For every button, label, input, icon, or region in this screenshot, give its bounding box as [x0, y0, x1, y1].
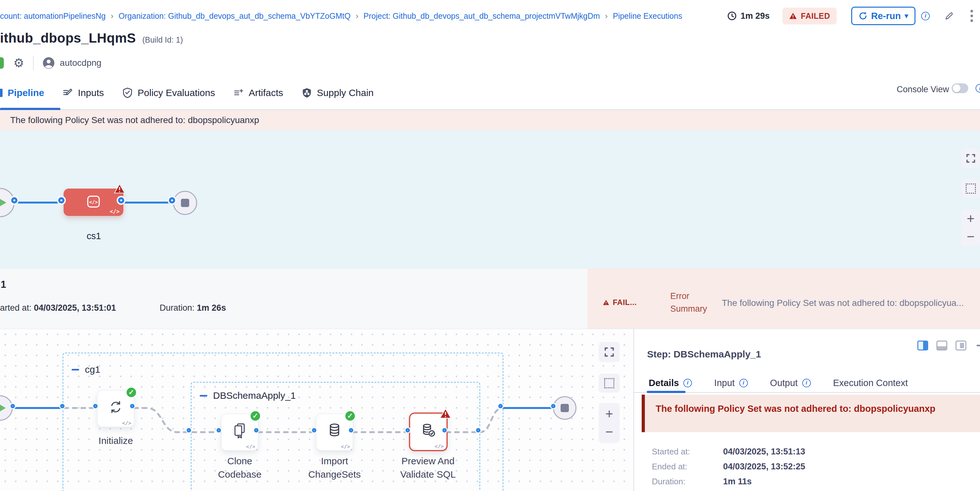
started-at-value: 04/03/2025, 13:51:01: [34, 303, 116, 313]
more-options-icon[interactable]: [970, 10, 973, 22]
info-icon[interactable]: i: [921, 12, 930, 21]
tab-artifacts[interactable]: Artifacts: [233, 87, 283, 98]
tab-strip: Pipeline Inputs Policy Evaluations: [0, 73, 374, 110]
pipeline-icon: [0, 89, 3, 97]
code-glyph: </>: [110, 208, 119, 215]
pipeline-title: ithub_dbops_LHqmS: [0, 30, 136, 46]
port: [118, 197, 124, 203]
stage-started-at: arted at: 04/03/2025, 13:51:01: [0, 303, 116, 313]
step-panel-title: Step: DBSchemaApply_1: [647, 349, 761, 360]
step-node-initialize[interactable]: ✓ </>: [97, 390, 134, 427]
breadcrumb-organization[interactable]: Organization: Github_db_devops_aut_db_sc…: [119, 11, 351, 21]
collapse-icon[interactable]: [200, 395, 207, 397]
split-right-view-icon[interactable]: [917, 341, 928, 350]
fail-badge-label: FAIL...: [613, 298, 637, 307]
tab-bar: Pipeline Inputs Policy Evaluations: [0, 73, 980, 110]
breadcrumb: count: automationPipelinesNg › Organizat…: [0, 0, 682, 32]
step-label-clone-codebase: Clone Codebase: [208, 454, 272, 481]
zoom-in-button[interactable]: +: [967, 210, 975, 228]
divider: [33, 56, 34, 70]
custom-stage-icon: </>: [84, 194, 102, 211]
top-bar: count: automationPipelinesNg › Organizat…: [0, 0, 980, 32]
console-view-toggle[interactable]: [952, 83, 968, 93]
port: [498, 404, 503, 408]
rerun-button[interactable]: Re-run ▾: [851, 7, 916, 25]
status-badge-label: FAILED: [801, 11, 830, 21]
fullscreen-button[interactable]: [961, 148, 980, 168]
import-changesets-icon: [326, 422, 343, 439]
step-node-import-changesets[interactable]: ✓ </>: [316, 414, 353, 451]
detail-value: 04/03/2025, 13:52:25: [723, 462, 805, 472]
stage-failed-icon: [114, 183, 125, 194]
chevron-right-icon: ›: [111, 11, 113, 21]
step-graph-canvas[interactable]: cg1 DBSchemaApply_1: [0, 329, 633, 491]
collapse-icon[interactable]: [72, 369, 79, 370]
zoom-out-button[interactable]: −: [967, 228, 975, 246]
info-icon[interactable]: i: [739, 379, 748, 387]
step-error-box: The following Policy Set was not adhered…: [642, 395, 980, 432]
elapsed-time: 1m 29s: [727, 11, 770, 21]
split-bottom-view-icon[interactable]: [936, 341, 947, 350]
marquee-icon: [966, 183, 976, 194]
detail-label: Started at:: [652, 447, 723, 457]
step-detail-rows: Started at: 04/03/2025, 13:51:13 Ended a…: [652, 444, 805, 489]
clone-codebase-icon: [231, 422, 248, 439]
step-failed-icon: [439, 408, 452, 419]
rerun-button-label: Re-run: [871, 11, 901, 21]
stage-name: 1: [1, 279, 6, 290]
tab-details-label: Details: [649, 378, 679, 388]
success-badge: ✓: [344, 410, 356, 422]
edit-icon[interactable]: [944, 11, 954, 21]
port: [406, 428, 410, 432]
stage-info-bar: 1 arted at: 04/03/2025, 13:51:01 Duratio…: [0, 269, 980, 329]
port: [442, 428, 447, 432]
pipeline-end-node: [173, 191, 197, 215]
fullscreen-button[interactable]: [599, 342, 620, 362]
chevron-right-icon: ›: [355, 11, 358, 21]
tab-input[interactable]: Input i: [714, 378, 748, 388]
tab-execution-context[interactable]: Execution Context: [833, 378, 908, 388]
detail-label: Ended at:: [652, 462, 723, 472]
tab-supply-chain[interactable]: Supply Chain: [302, 87, 374, 98]
error-summary-title: Error Summary: [670, 290, 715, 315]
stage-node-cs1[interactable]: </> </>: [64, 189, 123, 216]
tab-pipeline[interactable]: Pipeline: [0, 87, 44, 98]
step-details-panel: Step: DBSchemaApply_1 Details i Input i …: [633, 329, 980, 491]
console-view-label: Console View: [897, 84, 949, 94]
tab-policy-evaluations[interactable]: Policy Evaluations: [123, 87, 215, 98]
breadcrumb-pipeline-executions[interactable]: Pipeline Executions: [613, 11, 682, 21]
tab-policy-label: Policy Evaluations: [138, 87, 215, 98]
gear-icon[interactable]: ⚙: [13, 57, 24, 69]
step-label-import-changesets: Import ChangeSets: [303, 454, 366, 481]
console-info-icon[interactable]: i: [975, 84, 980, 92]
stage-graph-canvas[interactable]: </> </> cs1 + −: [0, 130, 980, 269]
stop-icon: [561, 404, 569, 412]
step-node-clone-codebase[interactable]: ✓ </>: [221, 414, 258, 451]
detail-label: Duration:: [652, 477, 723, 486]
tab-details[interactable]: Details i: [649, 378, 692, 388]
group-label-cg1: cg1: [72, 364, 100, 375]
breadcrumb-account[interactable]: count: automationPipelinesNg: [0, 11, 105, 21]
port: [349, 428, 353, 432]
minimize-panel-icon[interactable]: [977, 345, 980, 346]
breadcrumb-project[interactable]: Project: Github_db_devops_aut_db_schema_…: [363, 11, 600, 21]
stage-label: cs1: [65, 231, 123, 242]
initialize-icon: [108, 399, 124, 415]
panel-layout-controls: [917, 341, 980, 350]
zoom-in-button[interactable]: +: [605, 405, 613, 423]
info-icon[interactable]: i: [802, 379, 811, 387]
success-badge: ✓: [250, 410, 261, 422]
group-dbschemaapply-name: DBSchemaApply_1: [213, 390, 296, 401]
port: [254, 428, 259, 432]
zoom-out-button[interactable]: −: [605, 423, 613, 441]
step-node-preview-validate-sql[interactable]: </>: [409, 412, 448, 451]
code-glyph: </>: [341, 443, 350, 450]
step-panel-tabs: Details i Input i Output i Execution Con…: [634, 373, 980, 393]
tab-output[interactable]: Output i: [770, 378, 811, 388]
started-at-label: arted at:: [0, 303, 32, 313]
info-icon[interactable]: i: [683, 379, 692, 387]
floating-view-icon[interactable]: [956, 341, 966, 350]
marquee-select-button[interactable]: [961, 179, 980, 198]
marquee-select-button[interactable]: [599, 373, 620, 393]
tab-inputs[interactable]: Inputs: [63, 87, 104, 98]
